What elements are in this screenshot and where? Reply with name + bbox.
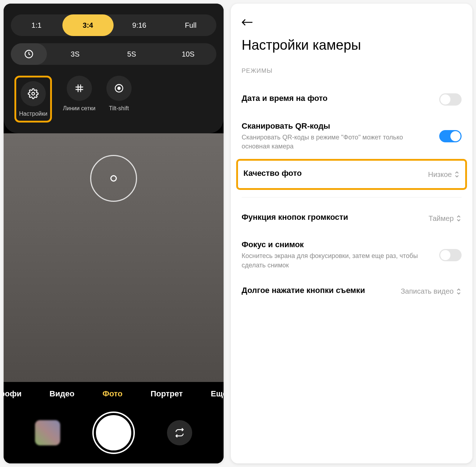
timer-selector: 3S 5S 10S bbox=[11, 43, 216, 65]
timer-10s[interactable]: 10S bbox=[160, 43, 216, 65]
setting-scan-qr[interactable]: Сканировать QR-коды Сканировать QR-коды … bbox=[242, 114, 462, 159]
setting-row-value: Низкое bbox=[428, 170, 460, 179]
viewfinder[interactable] bbox=[4, 133, 224, 382]
camera-app: 1:1 3:4 9:16 Full 3S 5S 10S Настройки bbox=[4, 4, 224, 463]
setting-row-desc: Коснитесь экрана для фокусировки, затем … bbox=[242, 252, 432, 270]
setting-photo-quality[interactable]: Качество фото Низкое bbox=[236, 159, 467, 190]
section-label-modes: РЕЖИМЫ bbox=[242, 67, 462, 75]
setting-volume-buttons[interactable]: Функция кнопок громкости Таймер bbox=[242, 205, 462, 232]
setting-longpress-shutter[interactable]: Долгое нажатие кнопки съемки Записать ви… bbox=[242, 278, 462, 305]
aspect-ratio-selector: 1:1 3:4 9:16 Full bbox=[11, 14, 216, 36]
grid-icon bbox=[74, 83, 84, 93]
focus-ring bbox=[90, 155, 137, 202]
shutter-button[interactable] bbox=[94, 413, 133, 453]
mode-more[interactable]: Ещё bbox=[203, 389, 224, 399]
aspect-full[interactable]: Full bbox=[165, 14, 217, 36]
svg-point-3 bbox=[118, 87, 120, 90]
mode-portrait[interactable]: Портрет bbox=[143, 389, 190, 399]
settings-title: Настройки камеры bbox=[242, 37, 462, 53]
camera-bottom-bar: рофи Видео Фото Портрет Ещё bbox=[4, 382, 224, 463]
setting-row-title: Долгое нажатие кнопки съемки bbox=[242, 286, 393, 295]
setting-focus-and-shoot[interactable]: Фокус и снимок Коснитесь экрана для фоку… bbox=[242, 232, 462, 277]
aspect-9-16[interactable]: 9:16 bbox=[114, 14, 165, 36]
quick-grid-label: Линии сетки bbox=[63, 105, 95, 112]
focus-dot-icon bbox=[110, 175, 117, 182]
mode-photo[interactable]: Фото bbox=[95, 389, 130, 399]
target-icon bbox=[114, 83, 124, 93]
switch-camera-icon bbox=[174, 427, 185, 438]
mode-selector[interactable]: рофи Видео Фото Портрет Ещё bbox=[4, 389, 224, 409]
quick-tiltshift-label: Tilt-shift bbox=[109, 105, 129, 112]
setting-row-value: Записать видео bbox=[401, 287, 462, 295]
gear-icon bbox=[28, 88, 39, 99]
switch-camera-button[interactable] bbox=[167, 420, 192, 445]
unfold-icon bbox=[454, 171, 460, 178]
setting-row-title: Фокус и снимок bbox=[242, 240, 432, 249]
quick-grid[interactable]: Линии сетки bbox=[63, 76, 95, 123]
quick-settings[interactable]: Настройки bbox=[19, 81, 47, 117]
gallery-thumbnail[interactable] bbox=[35, 420, 60, 445]
toggle-datetime[interactable] bbox=[439, 93, 462, 106]
setting-row-title: Функция кнопок громкости bbox=[242, 213, 421, 222]
toggle-focus-shoot[interactable] bbox=[439, 249, 462, 261]
unfold-icon bbox=[456, 288, 462, 295]
settings-highlight: Настройки bbox=[14, 76, 52, 123]
quick-tiltshift[interactable]: Tilt-shift bbox=[106, 76, 132, 123]
clock-icon bbox=[24, 49, 34, 59]
quick-settings-label: Настройки bbox=[19, 111, 47, 117]
arrow-left-icon bbox=[242, 18, 253, 27]
setting-row-title: Дата и время на фото bbox=[242, 94, 432, 103]
mode-pro[interactable]: рофи bbox=[4, 389, 29, 399]
divider bbox=[242, 197, 462, 197]
toggle-qr[interactable] bbox=[439, 130, 462, 142]
setting-row-desc: Сканировать QR-коды в режиме "Фото" може… bbox=[242, 133, 432, 151]
aspect-3-4[interactable]: 3:4 bbox=[62, 14, 114, 36]
svg-point-1 bbox=[32, 92, 35, 95]
setting-row-value: Таймер bbox=[428, 214, 462, 223]
unfold-icon bbox=[456, 215, 462, 222]
camera-top-controls: 1:1 3:4 9:16 Full 3S 5S 10S Настройки bbox=[4, 4, 224, 133]
setting-row-title: Сканировать QR-коды bbox=[242, 121, 432, 131]
aspect-1-1[interactable]: 1:1 bbox=[11, 14, 62, 36]
timer-3s[interactable]: 3S bbox=[47, 43, 103, 65]
setting-datetime-on-photo[interactable]: Дата и время на фото bbox=[242, 85, 462, 114]
shutter-row bbox=[4, 409, 224, 453]
setting-row-title: Качество фото bbox=[243, 169, 421, 178]
mode-video[interactable]: Видео bbox=[42, 389, 81, 399]
quick-actions: Настройки Линии сетки Tilt-shift bbox=[11, 72, 216, 123]
camera-settings-screen: Настройки камеры РЕЖИМЫ Дата и время на … bbox=[231, 4, 472, 463]
timer-5s[interactable]: 5S bbox=[103, 43, 160, 65]
timer-off[interactable] bbox=[11, 43, 47, 65]
back-button[interactable] bbox=[242, 14, 462, 37]
